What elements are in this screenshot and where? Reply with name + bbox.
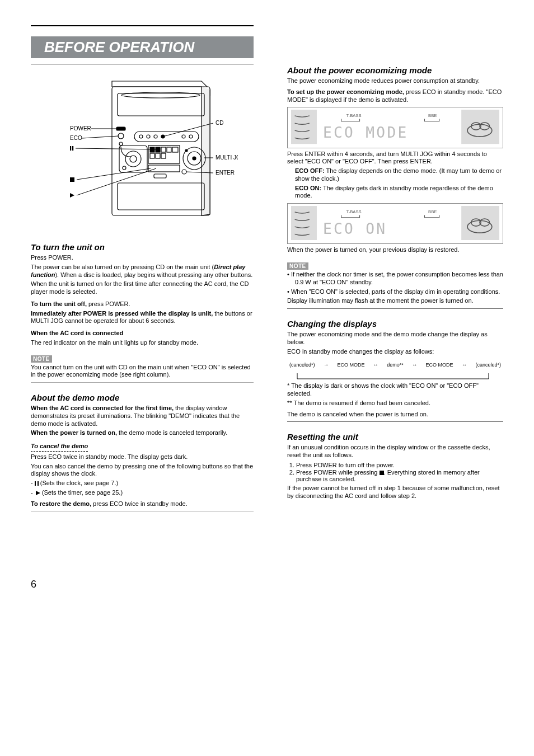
text: When the power is turned on, the demo mo…	[31, 429, 254, 437]
note-text: • If neither the clock nor timer is set,…	[295, 271, 503, 287]
text: If the power cannot be turned off in ste…	[287, 485, 503, 500]
svg-rect-19	[156, 147, 160, 152]
text: The red indicator on the main unit light…	[31, 339, 254, 347]
text: Immediately after POWER is pressed while…	[31, 310, 254, 326]
list-item: Press POWER while pressing . Everything …	[296, 469, 503, 482]
flow-diagram: (canceled*)→ ECO MODE↔ demo**↔ ECO MODE↔…	[287, 362, 503, 368]
list-item: Press POWER to turn off the power.	[296, 462, 503, 468]
play-icon	[36, 491, 40, 495]
svg-text:BBE: BBE	[428, 209, 437, 214]
svg-rect-37	[72, 146, 73, 151]
svg-rect-39	[70, 177, 74, 182]
text: When the unit is turned on for the first…	[31, 280, 254, 296]
text: To restore the demo, press ECO twice in …	[31, 500, 254, 508]
play-icon	[70, 193, 74, 198]
note-text: • When "ECO ON" is selected, parts of th…	[295, 288, 503, 296]
label-cd: CD	[216, 120, 223, 126]
note-badge: NOTE	[31, 355, 52, 363]
stop-icon	[70, 177, 74, 182]
text: The power can be also turned on by press…	[31, 264, 254, 279]
svg-text:T-BASS: T-BASS	[346, 209, 361, 214]
text: To turn the unit off, press POWER.	[31, 300, 254, 308]
text: The power economizing mode reduces power…	[287, 77, 503, 85]
text: ECO ON: The display gets dark in standby…	[295, 185, 503, 200]
display-eco-on: T-BASS BBE ECO ON	[287, 203, 503, 244]
pause-icon	[70, 146, 73, 151]
text: The demo is canceled when the power is t…	[287, 411, 503, 419]
sub-heading: To cancel the demo	[31, 443, 88, 452]
text: If an unusual condition occurs in the di…	[287, 444, 503, 459]
section-title: BEFORE OPERATION	[31, 36, 254, 58]
list-item: - (Sets the timer, see page 25.)	[39, 489, 254, 497]
pause-icon	[35, 481, 39, 486]
text: To set up the power economizing mode, pr…	[287, 88, 503, 104]
svg-rect-36	[70, 146, 71, 151]
label-eco: ECO	[70, 135, 82, 141]
svg-text:BBE: BBE	[428, 113, 437, 118]
svg-rect-18	[150, 147, 154, 152]
flow-return-arrow	[287, 373, 503, 382]
text: When the AC cord is connected for the fi…	[31, 405, 254, 428]
svg-rect-3	[116, 127, 125, 130]
text: You can also cancel the demo by pressing…	[31, 463, 254, 478]
svg-text:T-BASS: T-BASS	[346, 113, 361, 118]
label-power: POWER	[70, 125, 91, 132]
text: Press POWER.	[31, 254, 254, 262]
note-text: You cannot turn on the unit with CD on t…	[31, 364, 254, 379]
text: Press ECO twice in standby mode. The dis…	[31, 453, 254, 461]
footnote: * The display is dark or shows the clock…	[287, 382, 503, 398]
note-badge: NOTE	[287, 262, 308, 270]
text: ECO in standby mode changes the display …	[287, 348, 503, 356]
svg-rect-47	[461, 110, 499, 144]
stop-icon	[380, 471, 384, 475]
svg-rect-56	[461, 206, 499, 240]
text: When the power is turned on, your previo…	[287, 246, 503, 254]
svg-text:ECO   MODE: ECO MODE	[323, 125, 409, 142]
heading-displays: Changing the displays	[287, 319, 503, 328]
label-multijog: MULTI JOG	[216, 154, 238, 161]
label-enter: ENTER	[216, 170, 235, 176]
heading-eco-mode: About the power economizing mode	[287, 65, 503, 75]
device-diagram: POWER ECO CD MULTI JOG ENTER	[36, 64, 238, 232]
svg-point-30	[193, 157, 196, 160]
text: When the AC cord is connected	[31, 330, 254, 337]
page-number: 6	[31, 579, 254, 590]
list-item: - (Sets the clock, see page 7.)	[39, 480, 254, 487]
svg-point-31	[185, 149, 188, 152]
text: The power economizing mode and the demo …	[287, 331, 503, 346]
svg-text:ECO   ON: ECO ON	[323, 220, 387, 237]
display-eco-mode: T-BASS BBE ECO MODE	[287, 107, 503, 148]
heading-turn-on: To turn the unit on	[31, 242, 254, 252]
text: Press ENTER within 4 seconds, and turn M…	[287, 151, 503, 166]
text: ECO OFF: The display depends on the demo…	[295, 167, 503, 183]
note-text: Display illumination may flash at the mo…	[287, 297, 503, 305]
heading-reset: Resetting the unit	[287, 432, 503, 442]
footnote: ** The demo is resumed if demo had been …	[287, 400, 503, 407]
heading-demo: About the demo mode	[31, 393, 254, 402]
